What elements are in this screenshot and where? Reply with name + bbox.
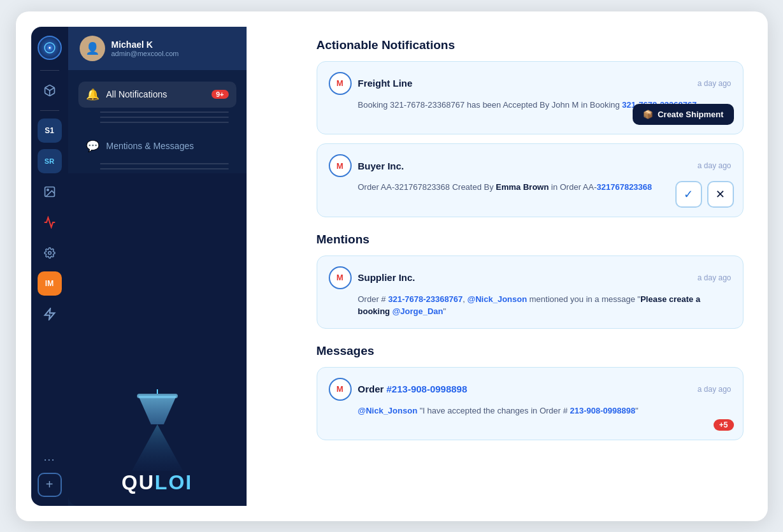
buyer-body-link[interactable]: 321767823368: [597, 182, 652, 192]
svg-marker-9: [138, 396, 176, 424]
freight-line-avatar: M: [329, 72, 352, 95]
supplier-link2[interactable]: @Nick_Jonson: [468, 294, 528, 304]
buyer-avatar-letter: M: [336, 161, 343, 171]
freight-line-card: M Freight Line a day ago Booking 321-767…: [317, 61, 743, 135]
p-nav-btn[interactable]: [38, 302, 62, 326]
supplier-mid2: mentioned you in a message ": [527, 294, 640, 304]
user-info: Michael K admin@mexcool.com: [111, 40, 179, 57]
actionable-notifications-title: Actionable Notifications: [317, 38, 743, 52]
lamp-graphic: [119, 389, 196, 466]
logo-accent: LOI: [155, 471, 192, 494]
freight-line-header: M Freight Line a day ago: [329, 72, 731, 95]
right-content: Actionable Notifications M Freight Line …: [299, 27, 752, 506]
create-shipment-button[interactable]: 📦 Create Shipment: [633, 104, 733, 125]
user-name: Michael K: [111, 40, 179, 50]
main-container: S1 SR IM: [16, 11, 768, 521]
mentions-title: Mentions: [317, 233, 743, 247]
svg-rect-10: [137, 394, 178, 398]
s1-nav-btn[interactable]: S1: [38, 119, 62, 143]
order-213-card: M Order #213-908-0998898 a day ago @Nick…: [317, 367, 743, 441]
buyer-inc-title: Buyer Inc.: [358, 161, 691, 171]
logo-icon: [38, 36, 62, 60]
svg-point-5: [47, 189, 48, 191]
sr-nav-btn[interactable]: SR: [38, 149, 62, 173]
nav-stub-4: [100, 163, 229, 164]
sidebar-divider-2: [40, 110, 59, 111]
buyer-body-prefix: Order AA-321767823368 Created By: [358, 182, 496, 192]
order-213-header: M Order #213-908-0998898 a day ago: [329, 378, 731, 401]
freight-body-prefix: Booking 321-7678-23368767 has been Accep…: [358, 100, 622, 110]
app-logo: QULOI: [122, 471, 192, 494]
supplier-mid1: ,: [463, 294, 467, 304]
nav-footer: QULOI: [68, 173, 247, 506]
reject-button[interactable]: ✕: [707, 181, 734, 208]
mentions-messages-label: Mentions & Messages: [106, 141, 229, 151]
buyer-body-mid: in Order AA-: [549, 182, 596, 192]
svg-point-2: [48, 47, 50, 48]
image-nav-btn[interactable]: [38, 180, 62, 204]
nav-section-mentions: 💬 Mentions & Messages: [68, 127, 247, 173]
nav-stub-2: [100, 117, 229, 118]
add-button[interactable]: +: [38, 473, 62, 497]
order-213-avatar: M: [329, 378, 352, 401]
m-nav-btn[interactable]: [38, 210, 62, 234]
nav-section-main: 🔔 All Notifications 9+: [68, 70, 247, 127]
order-link1[interactable]: @Nick_Jonson: [358, 406, 418, 415]
order-213-title: Order #213-908-0998898: [358, 384, 691, 394]
messages-title: Messages: [317, 344, 743, 358]
order-avatar-letter: M: [336, 384, 343, 394]
chat-icon: 💬: [86, 140, 100, 153]
user-email: admin@mexcool.com: [111, 50, 179, 57]
order-suffix: ": [635, 406, 638, 415]
buyer-inc-avatar: M: [329, 154, 352, 177]
sidebar-divider-1: [40, 70, 59, 71]
supplier-inc-title: Supplier Inc.: [358, 272, 691, 283]
svg-marker-7: [45, 308, 54, 319]
order-link2[interactable]: 213-908-0998898: [570, 406, 636, 415]
supplier-inc-header: M Supplier Inc. a day ago: [329, 266, 731, 289]
buyer-body-bold: Emma Brown: [496, 182, 549, 192]
supplier-link1[interactable]: 321-7678-23368767: [388, 294, 463, 304]
bell-icon: 🔔: [86, 88, 100, 101]
nav-stub-3: [100, 122, 229, 123]
supplier-inc-avatar: M: [329, 266, 352, 289]
more-dots[interactable]: ···: [43, 453, 55, 466]
icon-sidebar: S1 SR IM: [31, 27, 68, 506]
svg-point-6: [48, 251, 51, 254]
nav-all-notifications[interactable]: 🔔 All Notifications 9+: [78, 82, 236, 108]
settings-nav-btn[interactable]: [38, 241, 62, 265]
buyer-inc-actions: ✓ ✕: [675, 181, 734, 208]
nav-panel: 👤 Michael K admin@mexcool.com 🔔 All Noti…: [68, 27, 247, 506]
freight-avatar-letter: M: [336, 78, 343, 88]
nav-stub-1: [100, 111, 229, 113]
all-notifications-label: All Notifications: [106, 89, 205, 99]
supplier-body-prefix: Order #: [358, 294, 389, 304]
box-nav-icon[interactable]: [38, 78, 62, 103]
im-nav-btn[interactable]: IM: [38, 271, 62, 296]
buyer-inc-body: Order AA-321767823368 Created By Emma Br…: [329, 181, 731, 194]
buyer-inc-card: M Buyer Inc. a day ago Order AA-32176782…: [317, 143, 743, 217]
order-213-time: a day ago: [698, 385, 731, 394]
nav-mentions-messages[interactable]: 💬 Mentions & Messages: [78, 133, 236, 159]
notifications-badge: 9+: [212, 90, 229, 99]
freight-line-actions: 📦 Create Shipment: [633, 104, 733, 125]
message-badge: +5: [714, 419, 734, 431]
order-label: Order: [358, 384, 387, 394]
supplier-avatar-letter: M: [336, 273, 343, 282]
check-icon: ✓: [684, 187, 693, 201]
buyer-inc-header: M Buyer Inc. a day ago: [329, 154, 731, 177]
user-section: 👤 Michael K admin@mexcool.com: [68, 27, 247, 70]
freight-line-title: Freight Line: [358, 78, 691, 89]
create-shipment-label: Create Shipment: [657, 110, 723, 119]
close-icon: ✕: [715, 187, 725, 201]
order-213-body: @Nick_Jonson "I have accepted the change…: [329, 405, 731, 417]
avatar: 👤: [80, 36, 105, 61]
shipment-icon: 📦: [643, 110, 653, 119]
supplier-link3[interactable]: @Jorge_Dan: [392, 306, 443, 316]
nav-stub-5: [100, 168, 229, 169]
supplier-inc-card: M Supplier Inc. a day ago Order # 321-76…: [317, 255, 743, 329]
supplier-suffix: ": [443, 306, 447, 316]
left-panel: S1 SR IM: [31, 27, 299, 506]
approve-button[interactable]: ✓: [675, 181, 702, 208]
order-mid: "I have accepted the changes in Order #: [417, 406, 570, 415]
